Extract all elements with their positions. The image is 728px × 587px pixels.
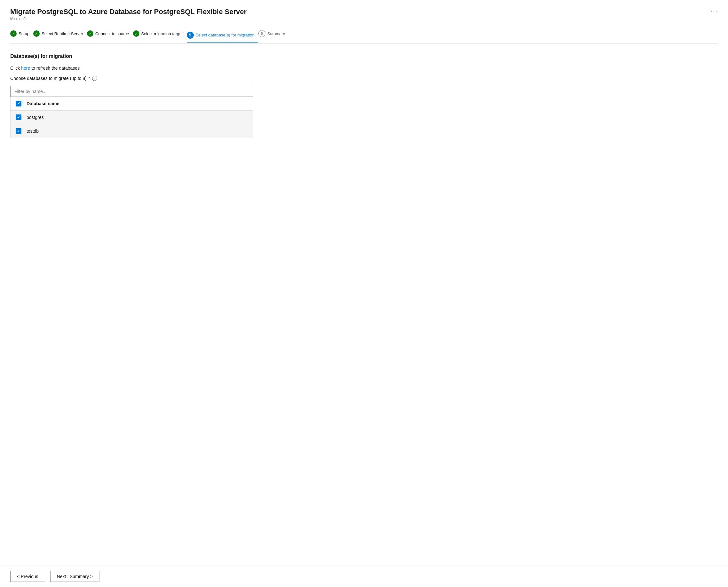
refresh-text: Click here to refresh the databases [10, 66, 718, 71]
info-icon[interactable]: i [92, 76, 97, 81]
step-select-migration-target[interactable]: ✓ Select migration target [133, 28, 187, 39]
database-name-header: Database name [26, 101, 60, 106]
required-star: * [89, 76, 90, 81]
step-databases-icon: 5 [187, 32, 194, 39]
step-setup-label: Setup [19, 31, 29, 36]
table-row: testdb [10, 124, 253, 138]
step-runtime-icon: ✓ [33, 30, 40, 37]
step-target-label: Select migration target [141, 31, 183, 36]
footer: < Previous Next : Summary > [0, 566, 728, 587]
step-summary-icon: 6 [258, 30, 265, 37]
previous-button[interactable]: < Previous [10, 571, 45, 582]
step-select-runtime-server[interactable]: ✓ Select Runtime Server [33, 28, 87, 39]
choose-label-text: Choose databases to migrate (up to 8) [10, 76, 87, 81]
row-2-checkbox[interactable] [16, 128, 21, 134]
step-setup[interactable]: ✓ Setup [10, 28, 33, 39]
step-connect-to-source[interactable]: ✓ Connect to source [87, 28, 133, 39]
app-subtitle: Microsoft [10, 17, 246, 21]
step-summary[interactable]: 6 Summary [258, 27, 289, 40]
filter-input[interactable] [10, 86, 253, 97]
table-header: Database name [10, 97, 253, 111]
step-connect-icon: ✓ [87, 30, 93, 37]
row-1-name: postgres [26, 115, 44, 120]
step-connect-label: Connect to source [95, 31, 129, 36]
select-all-checkbox[interactable] [16, 101, 21, 107]
row-1-checkbox[interactable] [16, 115, 21, 120]
refresh-link[interactable]: here [21, 66, 30, 71]
refresh-text-before: Click [10, 66, 21, 71]
refresh-text-after: to refresh the databases [30, 66, 79, 71]
more-options-button[interactable]: ··· [710, 8, 718, 15]
app-title: Migrate PostgreSQL to Azure Database for… [10, 8, 246, 16]
step-target-icon: ✓ [133, 30, 139, 37]
step-select-databases[interactable]: 5 Select database(s) for migration [187, 29, 258, 43]
section-title: Database(s) for migration [10, 53, 718, 59]
choose-label: Choose databases to migrate (up to 8) * … [10, 76, 718, 81]
step-setup-icon: ✓ [10, 30, 17, 37]
database-table: Database name postgres testdb [10, 97, 253, 138]
next-button[interactable]: Next : Summary > [50, 571, 99, 582]
step-summary-label: Summary [267, 31, 285, 36]
wizard-steps: ✓ Setup ✓ Select Runtime Server ✓ Connec… [10, 27, 718, 44]
table-row: postgres [10, 111, 253, 124]
step-databases-label: Select database(s) for migration [196, 32, 255, 38]
step-runtime-label: Select Runtime Server [42, 31, 83, 36]
row-2-name: testdb [26, 128, 39, 134]
